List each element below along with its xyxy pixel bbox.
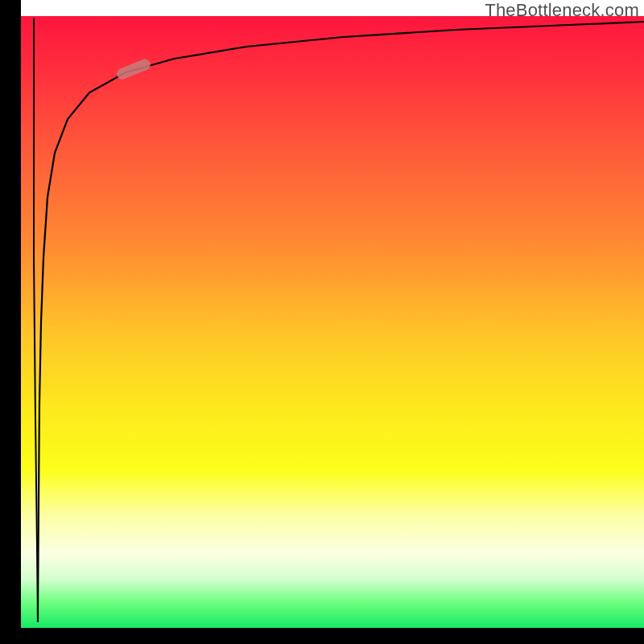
- axis-left-border: [0, 0, 21, 628]
- axis-bottom-border: [0, 628, 644, 644]
- plot-gradient-background: [21, 16, 644, 628]
- watermark-text: TheBottleneck.com: [485, 0, 639, 21]
- chart-stage: TheBottleneck.com: [0, 0, 644, 644]
